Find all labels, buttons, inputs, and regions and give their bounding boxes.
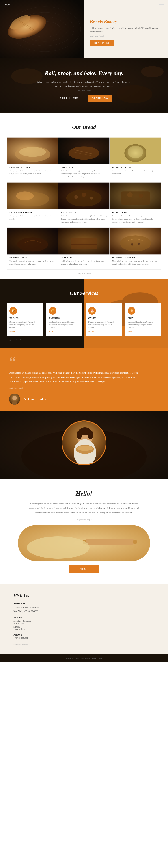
service-more-breads-button[interactable]: MORE xyxy=(9,331,40,333)
bread-name-5: Multigrain xyxy=(61,211,107,213)
bread-name-3: Cardamon Bun xyxy=(112,166,159,168)
svg-point-61 xyxy=(77,445,93,451)
visit-hours-sunday: Sunday xyxy=(13,625,155,628)
quote-section: “ Our pastries are baked fresh on a dail… xyxy=(0,348,168,411)
bread-image-9 xyxy=(110,228,161,255)
baker-circle-frame xyxy=(62,421,106,465)
hello-image-from: Images from Freepik xyxy=(18,519,150,521)
banner-order-button[interactable]: ORDER NOW xyxy=(88,95,112,102)
bread-desc-1: Everyday table loaf made using the Class… xyxy=(9,169,56,176)
services-grid: 🍞 Breads Dapibus sit lacus laoreet. Null… xyxy=(7,303,161,336)
menu-line xyxy=(159,3,164,3)
phone-label: PHONE xyxy=(13,633,155,636)
visit-title: Visit Us xyxy=(13,593,155,599)
pastries-icon: 🥐 xyxy=(49,307,57,315)
hamburger-menu-button[interactable] xyxy=(159,3,164,6)
service-card-breads: 🍞 Breads Dapibus sit lacus laoreet. Null… xyxy=(7,303,43,336)
svg-point-44 xyxy=(131,243,133,246)
our-services-title: Our Services xyxy=(7,290,161,296)
visit-section: Visit Us ADDRESS 131 Rock Street, 21 Ave… xyxy=(0,584,168,654)
author-avatar xyxy=(9,394,20,405)
hero-read-more-button[interactable]: READ MORE xyxy=(90,40,114,46)
svg-rect-32 xyxy=(121,192,149,205)
banner-description: When it comes to bread and sandwiches, f… xyxy=(37,80,131,88)
visit-details: ADDRESS 131 Rock Street, 21 Avenue New Y… xyxy=(13,602,155,640)
bread-image-3 xyxy=(110,137,161,164)
svg-point-50 xyxy=(12,396,17,400)
bread-image-8 xyxy=(59,228,109,255)
banner-menu-button[interactable]: SEE FULL MENU xyxy=(56,95,85,102)
services-image-from: Image from Freepik xyxy=(7,339,161,341)
our-services-section: Our Services 🍞 Breads Dapibus sit lacus … xyxy=(0,279,168,348)
author-name: Paul Smith, Baker xyxy=(23,397,46,401)
svg-point-29 xyxy=(82,192,86,197)
cakes-icon: 🎂 xyxy=(88,307,96,315)
hours-label: HOURS xyxy=(13,616,155,619)
svg-point-27 xyxy=(66,190,102,207)
visit-address: 131 Rock Street, 21 Avenue New York, NY … xyxy=(13,606,155,613)
visit-hours-weekday-time: 9am – 7pm xyxy=(13,622,155,625)
banner-image-from: Image from Freepik xyxy=(77,90,91,92)
navigation: logo xyxy=(0,0,168,9)
bread-image-2 xyxy=(59,137,109,164)
bread-name-4: Everyday French xyxy=(9,211,56,213)
svg-point-66 xyxy=(27,536,90,559)
hello-read-more-button[interactable]: READ MORE xyxy=(69,565,99,572)
address-label: ADDRESS xyxy=(13,602,155,604)
service-more-pastries-button[interactable]: MORE xyxy=(49,331,80,333)
quote-image-from: Image from Freepik xyxy=(9,387,159,389)
author-info: Paul Smith, Baker xyxy=(23,397,46,401)
visit-image-from: Image from Freepik xyxy=(13,644,155,646)
svg-point-34 xyxy=(139,194,143,198)
svg-point-43 xyxy=(120,235,151,251)
bread-name-1: Classic Baguette xyxy=(9,166,56,168)
bread-item-6: Danish Rye Whole rye flour, cracked rye … xyxy=(110,182,161,227)
svg-point-15 xyxy=(19,147,46,157)
bread-item-3: Cardamon Bun A classic braided Swedish s… xyxy=(110,137,161,182)
service-more-pizza-button[interactable]: MORE xyxy=(128,331,159,333)
bread-desc-7: Unbleached organic wheat flour, whole ry… xyxy=(9,260,56,266)
service-name-cakes: Cakes xyxy=(88,317,119,319)
service-card-pizza: 🍕 Pizza Dapibus sit lacus laoreet. Nulla… xyxy=(125,303,161,336)
svg-point-58 xyxy=(88,430,93,439)
breads-icon: 🍞 xyxy=(9,307,17,315)
quote-text: Our pastries are baked fresh on a daily … xyxy=(9,371,139,384)
bread-item-8: Ciabatta Unbleached organic wheat flour,… xyxy=(58,227,109,270)
service-name-pastries: Pastries xyxy=(49,317,80,319)
bread-item-2: Baguette Naturally leavened baguette mad… xyxy=(58,137,109,182)
service-card-cakes: 🎂 Cakes Dapibus sit lacus laoreet. Nulla… xyxy=(86,303,122,336)
bread-name-6: Danish Rye xyxy=(112,211,159,213)
service-more-cakes-button[interactable]: MORE xyxy=(88,331,119,333)
bread-desc-8: Unbleached organic wheat flour, whole ry… xyxy=(61,260,107,266)
menu-line xyxy=(159,6,164,6)
bread-image-6 xyxy=(110,182,161,209)
svg-point-11 xyxy=(116,85,152,103)
bread-item-5: Multigrain Naturally leavened bread made… xyxy=(58,182,109,227)
svg-point-57 xyxy=(77,430,82,439)
hero-description: Nibh venenatis cras sed felis eget velit… xyxy=(90,26,162,34)
bread-image-5 xyxy=(59,182,109,209)
hero-title: Breads Bakery xyxy=(90,19,162,24)
bread-desc-3: A classic braided Swedish sweet bun with… xyxy=(112,169,159,176)
bread-desc-5: Naturally leavened bread made using the … xyxy=(61,215,107,224)
hello-text: Lorem ipsum dolor sit amet, consectetur … xyxy=(28,502,140,515)
bread-desc-2: Naturally leavened baguette made using t… xyxy=(61,169,107,179)
footer: Sample text. Click to select the Text El… xyxy=(0,654,168,662)
bread-grid: Classic Baguette Everyday table loaf mad… xyxy=(7,137,161,270)
bread-name-7: Farming Bread xyxy=(9,256,56,259)
bread-item-1: Classic Baguette Everyday table loaf mad… xyxy=(7,137,58,182)
svg-point-45 xyxy=(138,243,140,245)
bread-name-9: Handmade Bread xyxy=(112,256,159,259)
bread-desc-9: Naturally leavened bread made using the … xyxy=(112,260,159,266)
bread-item-7: Farming Bread Unbleached organic wheat f… xyxy=(7,227,58,270)
svg-point-36 xyxy=(17,237,48,251)
svg-point-28 xyxy=(74,195,78,199)
svg-rect-63 xyxy=(85,538,134,545)
banner-title: Roll, proof, and bake. Every day. xyxy=(45,69,124,77)
svg-point-22 xyxy=(128,146,143,158)
bread-name-2: Baguette xyxy=(61,166,107,168)
visit-hours-weekday: Monday – Saturday xyxy=(13,620,155,622)
svg-point-51 xyxy=(12,401,17,405)
hello-bread-image xyxy=(18,525,150,561)
bread-name-8: Ciabatta xyxy=(61,256,107,259)
